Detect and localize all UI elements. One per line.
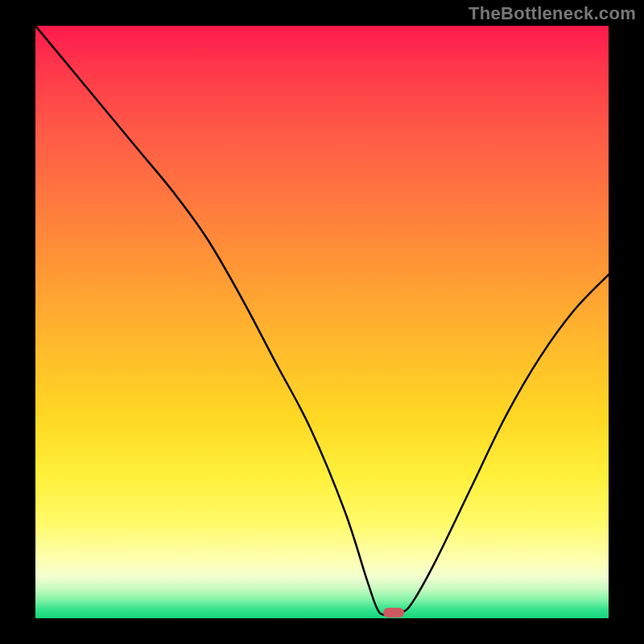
- optimal-marker: [383, 608, 404, 617]
- chart-frame: TheBottleneck.com: [0, 0, 644, 644]
- curve-path: [35, 26, 609, 615]
- bottleneck-curve: [35, 26, 609, 618]
- plot-area: [35, 26, 609, 618]
- watermark-text: TheBottleneck.com: [469, 3, 636, 24]
